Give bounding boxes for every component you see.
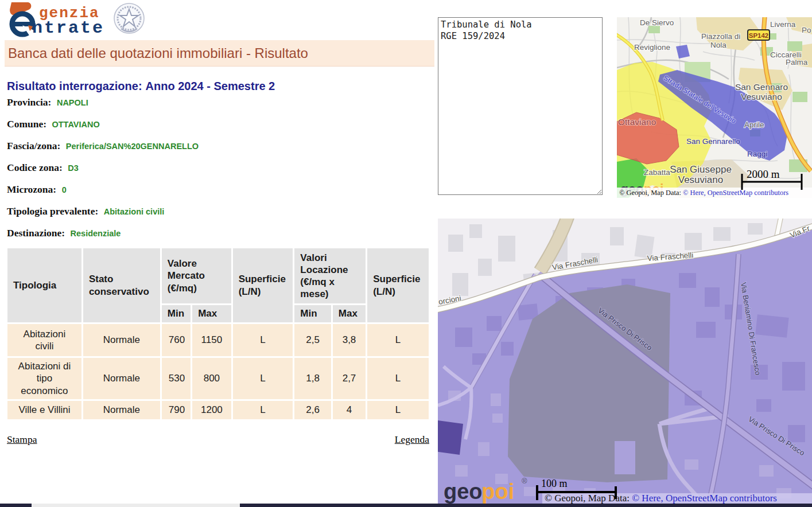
piazzolla-label-1: Piazzolla di [701,32,740,41]
page-title: Banca dati delle quotazioni immobiliari … [5,40,434,61]
san-gennarello-label: San Gennarello [686,137,740,146]
col-header-vl-min: Min [294,305,331,322]
result-heading-label: Risultato interrogazione: [7,80,142,92]
zabatta-label: Zabatta [644,168,670,177]
san-giuseppe-label-1: San Giuseppe [670,164,732,175]
quotazioni-table: Tipologia Stato conservativo Valore Merc… [6,247,430,421]
reviglione-label: Reviglione [634,43,670,52]
field-destinazione: Destinazione: Residenziale [7,227,199,248]
field-provincia: Provincia: NAPOLI [7,96,199,118]
raggi-label: Raggi [747,150,767,158]
svg-text:poi: poi [481,479,514,504]
svg-text:geo: geo [444,479,483,504]
palma-label: Palma [786,58,808,67]
field-fascia-zona: Fascia/zona: Periferica/SAN%20GENNARELLO [7,139,199,161]
page-title-bar: Banca dati delle quotazioni immobiliari … [5,40,434,67]
map-attribution: © Geopoi, Map Data: © Here, OpenStreetMa… [619,189,788,197]
notes-textarea[interactable]: Tribunale di Nola RGE 159/2024 [438,17,603,195]
legenda-link[interactable]: Legenda [395,434,429,446]
san-gennaro-label-1: San Gennaro [735,82,788,92]
scale-label: 2000 m [747,168,780,180]
stampa-link[interactable]: Stampa [7,434,37,446]
table-row: Abitazioni civili Normale 760 1150 L 2,5… [7,324,429,356]
col-header-valore-mercato: Valore Mercato (€/mq) [162,248,231,303]
field-tipologia-prevalente: Tipologia prevalente: Abitazioni civili [7,205,199,227]
bottom-scrollbar[interactable] [0,504,812,507]
col-header-vm-min: Min [162,305,191,322]
block-notch [615,441,635,474]
italian-republic-emblem-icon [113,2,145,36]
scale-label: 100 m [541,478,568,489]
site-header: genzia ntrate [0,0,434,38]
col-header-vl-max: Max [333,305,366,322]
san-gennaro-label-2: Vesuviano [741,92,782,102]
col-header-superficie-1: Superficie (L/N) [233,248,293,322]
po-label: Po [802,26,811,34]
table-header-row: Tipologia Stato conservativo Valore Merc… [7,248,429,303]
table-actions: Stampa Legenda [7,434,429,446]
col-header-superficie-2: Superficie (L/N) [367,248,429,322]
overview-map[interactable]: SP142 Strada Statale del Vesuvio De Sier… [617,17,812,198]
col-header-stato: Stato conservativo [83,248,160,322]
col-header-tipologia: Tipologia [7,248,81,322]
sp142-badge: SP142 [748,30,770,40]
sp142-label: SP142 [749,32,769,39]
scrollbar-thumb[interactable] [32,504,240,507]
table-row: Abitazioni di tipo economico Normale 530… [7,358,429,399]
field-microzona: Microzona: 0 [7,183,199,205]
registered-mark: ® [522,477,527,485]
col-header-vm-max: Max [192,305,231,322]
building-dark-purple [438,420,463,455]
detail-map[interactable]: orcioni Via Fraschelli Via Fraschelli Vi… [438,219,812,504]
table-row: Ville e Villini Normale 790 1200 L 2,6 4… [7,401,429,419]
de-siervo-label: De Siervo [640,18,674,27]
result-heading: Risultato interrogazione:Anno 2024 - Sem… [7,80,275,93]
result-fields: Provincia: NAPOLI Comune: OTTAVIANO Fasc… [7,96,199,248]
field-codice-zona: Codice zona: D3 [7,161,199,183]
field-comune: Comune: OTTAVIANO [7,118,199,139]
san-giuseppe-label-2: Vesuviano [678,174,723,185]
liverna-label: Liverna [770,20,796,29]
piazzolla-label-2: Nola [710,41,726,49]
map-attribution: © Geopoi, Map Data: © Here, OpenStreetMa… [545,493,777,504]
logo-text-ntrate: ntrate [32,18,104,38]
ottaviano-label: Ottaviano [618,117,656,127]
col-header-valori-locazione: Valori Locazione (€/mq x mese) [294,248,366,303]
result-heading-value: Anno 2024 - Semestre 2 [146,80,275,92]
aprile-label: Aprile [744,120,764,129]
